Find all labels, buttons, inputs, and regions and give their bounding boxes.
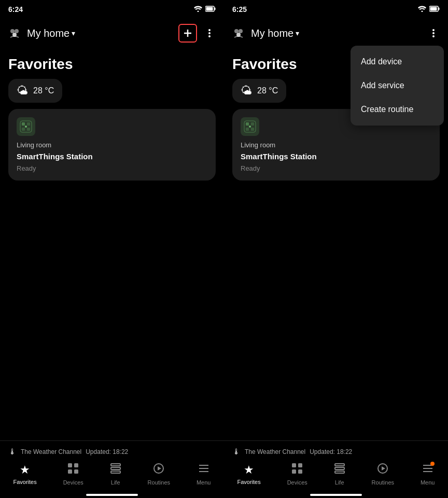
svg-rect-49	[298, 469, 302, 474]
right-nav-menu-label: Menu	[421, 479, 435, 486]
right-chevron-icon: ▾	[296, 29, 299, 37]
left-routines-icon	[153, 463, 164, 477]
svg-rect-19	[74, 463, 78, 467]
svg-rect-15	[22, 128, 25, 131]
svg-point-34	[234, 29, 239, 33]
svg-point-10	[208, 32, 211, 34]
svg-point-35	[239, 29, 243, 33]
left-nav-menu[interactable]: Menu	[197, 463, 211, 486]
left-status-icons	[194, 6, 216, 13]
left-device-location: Living room	[17, 141, 207, 149]
svg-rect-51	[335, 467, 344, 469]
left-device-card[interactable]: Living room SmartThings Station Ready	[8, 109, 216, 181]
right-home-label: My home	[251, 27, 293, 39]
left-device-icon	[17, 117, 35, 136]
svg-rect-24	[111, 471, 120, 473]
svg-rect-2	[215, 7, 216, 10]
svg-point-11	[208, 35, 211, 37]
svg-rect-43	[246, 128, 249, 131]
right-device-location: Living room	[241, 141, 431, 149]
left-nav-favorites[interactable]: ★ Favorites	[13, 463, 36, 485]
right-more-button[interactable]	[425, 25, 442, 42]
right-weather-temp: 28 °C	[257, 86, 278, 95]
right-home-indicator	[310, 494, 362, 496]
left-star-icon: ★	[20, 463, 30, 477]
left-nav-routines[interactable]: Routines	[148, 463, 170, 486]
svg-rect-14	[27, 122, 30, 126]
svg-rect-41	[246, 122, 249, 126]
svg-rect-32	[439, 7, 440, 10]
left-nav-routines-label: Routines	[148, 479, 170, 486]
svg-rect-23	[111, 467, 120, 469]
left-time: 6:24	[8, 5, 23, 13]
right-channel-name: The Weather Channel	[245, 448, 305, 455]
svg-rect-33	[430, 7, 437, 10]
svg-rect-13	[22, 122, 25, 126]
svg-rect-44	[251, 128, 254, 131]
svg-point-39	[432, 35, 435, 37]
svg-point-5	[15, 29, 19, 33]
right-nav-favorites[interactable]: ★ Favorites	[237, 463, 260, 485]
right-device-icon	[241, 117, 259, 136]
svg-point-30	[422, 10, 423, 12]
left-nav-items: ★ Favorites Devices	[0, 461, 224, 492]
right-nav-routines-label: Routines	[372, 479, 394, 486]
left-top-bar: My home ▾	[0, 19, 224, 48]
left-weather-card[interactable]: 🌤 28 °C	[8, 79, 62, 103]
left-wifi-icon	[194, 6, 202, 13]
svg-rect-42	[251, 122, 254, 126]
create-routine-menu-item[interactable]: Create routine	[351, 98, 444, 121]
right-dropdown-menu: Add device Add service Create routine	[351, 46, 444, 126]
svg-point-4	[10, 29, 15, 33]
svg-point-9	[208, 29, 211, 31]
left-weather-footer: 🌡 The Weather Channel Updated: 18:22	[0, 445, 224, 461]
left-device-status: Ready	[17, 164, 207, 172]
right-home-selector[interactable]: My home ▾	[251, 27, 421, 39]
right-menu-badge	[430, 462, 435, 466]
svg-point-38	[432, 32, 435, 34]
right-top-bar: My home ▾	[224, 19, 448, 48]
right-weather-card[interactable]: 🌤 28 °C	[232, 79, 286, 103]
left-channel-name: The Weather Channel	[21, 448, 81, 455]
left-channel-icon: 🌡	[8, 447, 17, 457]
right-home-group-icon	[230, 25, 247, 42]
right-status-bar: 6:25	[224, 0, 448, 19]
svg-rect-48	[292, 469, 296, 474]
right-nav-life[interactable]: Life	[334, 463, 345, 486]
right-updated-label: Updated: 18:22	[310, 448, 352, 455]
left-devices-icon	[67, 463, 79, 477]
svg-rect-47	[298, 463, 302, 467]
right-menu-icon	[422, 463, 433, 477]
left-add-button[interactable]	[178, 24, 197, 43]
left-home-label: My home	[27, 27, 69, 39]
right-status-icons	[418, 6, 440, 13]
right-bottom-nav: 🌡 The Weather Channel Updated: 18:22 ★ F…	[224, 440, 448, 498]
svg-rect-20	[68, 469, 72, 474]
right-nav-items: ★ Favorites Devices	[224, 461, 448, 492]
right-nav-menu[interactable]: Menu	[421, 463, 435, 486]
left-more-button[interactable]	[201, 25, 218, 42]
left-nav-life[interactable]: Life	[110, 463, 121, 486]
left-nav-devices[interactable]: Devices	[63, 463, 83, 486]
add-service-menu-item[interactable]: Add service	[351, 74, 444, 98]
left-battery-icon	[205, 6, 216, 13]
left-home-selector[interactable]: My home ▾	[27, 27, 174, 39]
right-nav-routines[interactable]: Routines	[372, 463, 394, 486]
right-battery-icon	[429, 6, 440, 13]
left-home-indicator	[86, 494, 138, 496]
svg-rect-50	[335, 464, 344, 466]
right-wifi-icon	[418, 6, 426, 13]
right-device-status: Ready	[241, 164, 431, 172]
svg-point-0	[198, 10, 199, 12]
svg-rect-52	[335, 471, 344, 473]
left-weather-icon: 🌤	[17, 84, 28, 98]
add-device-menu-item[interactable]: Add device	[351, 50, 444, 74]
right-nav-devices[interactable]: Devices	[287, 463, 307, 486]
left-updated-label: Updated: 18:22	[86, 448, 128, 455]
left-home-group-icon	[6, 25, 23, 42]
svg-rect-16	[27, 128, 30, 131]
right-nav-life-label: Life	[335, 479, 344, 486]
svg-rect-22	[111, 464, 120, 466]
left-menu-icon	[198, 463, 209, 477]
left-nav-life-label: Life	[111, 479, 120, 486]
